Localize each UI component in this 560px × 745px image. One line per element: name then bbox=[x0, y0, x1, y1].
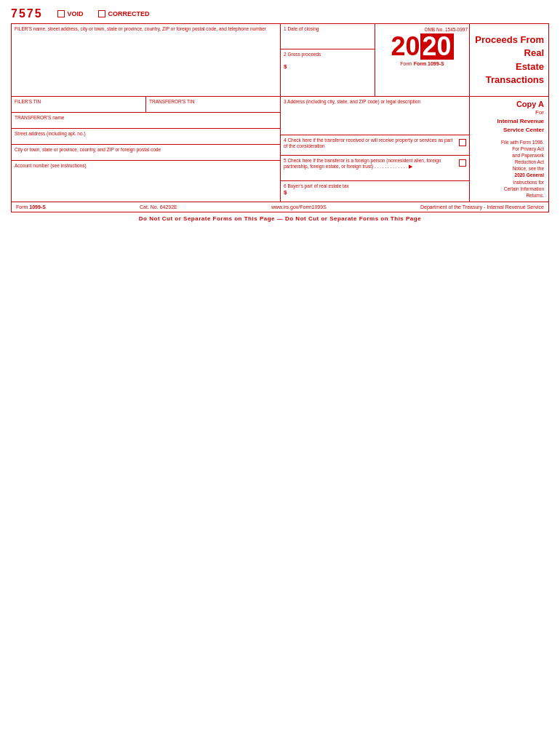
city-label: City or town, state or province, country… bbox=[15, 147, 161, 152]
account-label: Account number (see instructions) bbox=[15, 163, 87, 168]
check-field-5: 5 Check here if the transferor is a fore… bbox=[281, 156, 469, 181]
title-line1: Proceeds From Real bbox=[475, 34, 544, 58]
dollar-sign-1: $ bbox=[284, 63, 372, 70]
filer-tin-label: FILER'S TIN bbox=[15, 99, 41, 104]
form-1099s-middle-label: Form Form 1099-S bbox=[400, 61, 444, 66]
field4-label: 4 Check here if the transferor received … bbox=[284, 138, 457, 150]
corrected-checkbox-label[interactable]: CORRECTED bbox=[98, 10, 150, 17]
street-label: Street address (including apt. no.) bbox=[15, 131, 86, 136]
street-row: Street address (including apt. no.) bbox=[12, 129, 280, 145]
account-row: Account number (see instructions) bbox=[12, 161, 280, 177]
form-1099s-bold: Form 1099-S bbox=[414, 61, 444, 66]
year-left: 20 bbox=[391, 33, 420, 60]
row-second: FILER'S TIN TRANSFEROR'S TIN TRANSFEROR'… bbox=[12, 97, 548, 202]
mid-right-block: 3 Address (including city, state, and ZI… bbox=[281, 97, 470, 202]
footer-form-area: Form 1099-S bbox=[16, 204, 46, 210]
copy-a-privacy-text: For Privacy Act bbox=[512, 146, 544, 151]
copy-a-irs: Internal Revenue bbox=[474, 117, 544, 126]
copy-a-file-text: File with Form 1096. bbox=[501, 140, 544, 145]
dollar-sign-2: $ bbox=[284, 189, 287, 196]
omb-year-block: OMB No. 1545-0997 20 20 Form Form 1099-S bbox=[375, 24, 470, 96]
filer-info-block: FILER'S name, street address, city or to… bbox=[12, 24, 281, 96]
field3-label: 3 Address (including city, state, and ZI… bbox=[284, 99, 420, 104]
form-number-top: 7575 bbox=[11, 7, 43, 20]
copy-a-reduction-text: Reduction Act bbox=[515, 159, 544, 164]
row-top: FILER'S name, street address, city or to… bbox=[12, 24, 548, 97]
left-fields: FILER'S TIN TRANSFEROR'S TIN TRANSFEROR'… bbox=[12, 97, 281, 202]
copy-a-block: Copy A For Internal Revenue Service Cent… bbox=[470, 97, 548, 202]
corrected-label: CORRECTED bbox=[108, 10, 150, 17]
filer-info-label: FILER'S name, street address, city or to… bbox=[15, 26, 266, 31]
footer-cat: Cat. No. 64292E bbox=[140, 204, 177, 210]
void-corrected-area: VOID CORRECTED bbox=[57, 10, 150, 17]
void-label: VOID bbox=[68, 10, 84, 17]
footer-form-number: 1099-S bbox=[29, 204, 46, 210]
copy-a-notice-text: Notice, see the bbox=[513, 166, 544, 171]
copy-a-instructions-text: Instructions for bbox=[513, 180, 544, 185]
tin-row: FILER'S TIN TRANSFEROR'S TIN bbox=[12, 97, 280, 113]
city-row: City or town, state or province, country… bbox=[12, 145, 280, 161]
page: 7575 VOID CORRECTED FILER'S name, street… bbox=[0, 0, 560, 745]
buyer-field-6: 6 Buyer's part of real estate tax $ bbox=[281, 181, 469, 202]
title-text: Proceeds From Real Estate Transactions bbox=[474, 33, 544, 87]
field6-label: 6 Buyer's part of real estate tax bbox=[284, 183, 349, 188]
address-field-3: 3 Address (including city, state, and ZI… bbox=[281, 97, 469, 135]
field5-checkbox[interactable] bbox=[459, 159, 466, 167]
footer-dept: Department of the Treasury - Internal Re… bbox=[420, 204, 544, 210]
transferor-name-row: TRANSFEROR'S name bbox=[12, 113, 280, 129]
transferor-name-label: TRANSFEROR'S name bbox=[15, 115, 64, 120]
gross-proceeds-field: 2 Gross proceeds $ bbox=[281, 49, 375, 96]
corrected-checkbox[interactable] bbox=[98, 10, 105, 17]
check-field-4: 4 Check here if the transferor received … bbox=[281, 135, 469, 156]
copy-a-file: File with Form 1096. For Privacy Act and… bbox=[474, 139, 544, 199]
title-block: Proceeds From Real Estate Transactions bbox=[470, 24, 548, 96]
form-outer: FILER'S name, street address, city or to… bbox=[11, 23, 549, 212]
copy-a-certain-text: Certain Information bbox=[504, 186, 544, 191]
transferor-tin-label: TRANSFEROR'S TIN bbox=[149, 99, 195, 104]
void-checkbox-label[interactable]: VOID bbox=[57, 10, 84, 17]
copy-a-and-text: and Paperwork bbox=[512, 153, 544, 158]
copy-a-returns-text: Returns. bbox=[526, 193, 544, 198]
filer-tin-field: FILER'S TIN bbox=[12, 97, 146, 112]
title-line2: Estate Transactions bbox=[486, 61, 544, 85]
field2-label: 2 Gross proceeds bbox=[284, 52, 372, 57]
row-footer: Form 1099-S Cat. No. 64292E www.irs.gov/… bbox=[12, 202, 548, 212]
date-closing-field: 1 Date of closing bbox=[281, 24, 375, 49]
year-right: 20 bbox=[420, 33, 454, 60]
footer-form-word: Form bbox=[16, 204, 28, 210]
middle-block: 1 Date of closing 2 Gross proceeds $ bbox=[281, 24, 375, 96]
field4-checkbox[interactable] bbox=[459, 139, 466, 146]
field5-label: 5 Check here if the transferor is a fore… bbox=[284, 158, 457, 170]
field1-label: 1 Date of closing bbox=[284, 26, 319, 31]
cut-warning: Do Not Cut or Separate Forms on This Pag… bbox=[11, 212, 549, 225]
top-bar: 7575 VOID CORRECTED bbox=[11, 7, 549, 20]
transferor-tin-field: TRANSFEROR'S TIN bbox=[146, 97, 280, 112]
copy-a-service: Service Center bbox=[474, 126, 544, 135]
copy-a-for: For bbox=[474, 108, 544, 117]
copy-a-year-text: 2020 General bbox=[515, 172, 544, 178]
year-display: 20 20 bbox=[391, 33, 453, 60]
copy-a-title: Copy A bbox=[474, 100, 544, 108]
void-checkbox[interactable] bbox=[57, 10, 65, 17]
footer-website: www.irs.gov/Form1099S bbox=[271, 204, 327, 210]
